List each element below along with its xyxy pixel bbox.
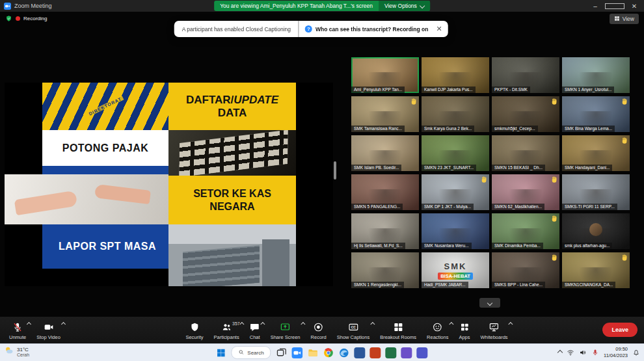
- toolbar-label: Reactions: [427, 334, 448, 340]
- search-box[interactable]: Search: [231, 346, 271, 359]
- toolbar-stop-video-button[interactable]: Stop Video: [31, 319, 66, 342]
- participant-tile[interactable]: smk plus alfarhan-agu...: [562, 213, 630, 249]
- lapor-spt-masa-block: LAPOR SPT MASA: [42, 224, 172, 269]
- edge-icon[interactable]: [339, 347, 350, 358]
- blue-strip: [42, 166, 168, 174]
- diagonal-stripes-graphic: DIREKTORAT: [42, 83, 168, 130]
- teams-icon[interactable]: [417, 347, 428, 358]
- viewing-banner: You are viewing Ami_Penyuluh KPP Tanah A…: [214, 1, 430, 11]
- toolbar-unmute-button[interactable]: Unmute: [4, 319, 31, 342]
- zoom-icon[interactable]: [292, 347, 303, 358]
- toolbar-label: Whiteboards: [481, 334, 508, 340]
- volume-icon[interactable]: [579, 349, 587, 356]
- participant-tile[interactable]: SMKN 15 BEKASI _ Dh...: [492, 135, 559, 171]
- transcript-banner: ? Who can see this transcript? Recording…: [299, 21, 448, 37]
- toolbar-participants-button[interactable]: 357Participants: [208, 319, 244, 342]
- close-icon[interactable]: ✕: [436, 25, 442, 33]
- mic-tray-icon[interactable]: [591, 349, 599, 356]
- recording-dot-icon: [16, 16, 20, 21]
- chevron-up-icon[interactable]: [240, 322, 245, 327]
- hidden-icons-chevron[interactable]: [557, 350, 563, 355]
- participant-tile[interactable]: SMKN 62_Maslikhatien...: [492, 174, 559, 210]
- participant-tile[interactable]: SMK Tamansiswa Ranc...: [351, 96, 419, 132]
- notifications-icon[interactable]: [632, 349, 640, 356]
- clock[interactable]: 09:50 11/04/2023: [604, 346, 628, 359]
- participant-tile[interactable]: SMKS-TI PGRI 11 SERP...: [562, 174, 630, 210]
- participant-tile[interactable]: SMK Dinamika Pemba...: [492, 213, 559, 249]
- participant-tile[interactable]: SMKBISA-HEBATHadi_PSMK JABAR...: [422, 252, 489, 288]
- raised-hand-icon: [550, 215, 558, 222]
- participant-name: PKPTK - Dit.SMK: [492, 87, 530, 93]
- participant-tile[interactable]: Smk Karya Guna 2 Bek...: [422, 96, 489, 132]
- calculator-image: [168, 130, 296, 176]
- chevron-up-icon[interactable]: [261, 322, 265, 327]
- toolbar-apps-button[interactable]: Apps: [453, 319, 475, 342]
- window-controls: – ✕: [585, 0, 644, 12]
- word-icon[interactable]: [355, 347, 366, 358]
- leave-button[interactable]: Leave: [602, 323, 637, 337]
- participant-tile[interactable]: Hj Iis Setiawati, M.Pd_S...: [351, 213, 419, 249]
- participant-tile[interactable]: SMK Handayani_Dani...: [562, 135, 630, 171]
- participant-tile[interactable]: SMK Bina Warga Lema...: [562, 96, 630, 132]
- chevron-up-icon[interactable]: [509, 322, 513, 327]
- participant-name: smkmuh5jkt_Cecep...: [492, 126, 538, 132]
- participant-tile[interactable]: PKPTK - Dit.SMK: [492, 57, 559, 93]
- participant-tile[interactable]: SMKN 1 Anyer_Usrotul...: [562, 57, 630, 93]
- participant-tile[interactable]: Ami_Penyuluh KPP Tan...: [351, 57, 419, 93]
- view-options-button[interactable]: View Options: [379, 1, 430, 11]
- weather-widget[interactable]: 31°C Cerah: [4, 345, 29, 358]
- participant-tile[interactable]: SMKN1CINANGKA_DA...: [562, 252, 630, 288]
- share-scrollbar[interactable]: [334, 161, 336, 180]
- taskbar-center: Search: [216, 344, 427, 361]
- task-view-icon[interactable]: [276, 347, 288, 358]
- raised-hand-icon: [550, 98, 558, 105]
- record-icon: [314, 322, 324, 332]
- toolbar-chat-button[interactable]: Chat: [245, 319, 265, 342]
- raised-hand-icon: [550, 254, 558, 261]
- taskbar-apps: [276, 347, 428, 358]
- photos-icon[interactable]: [401, 347, 412, 358]
- maximize-button[interactable]: [605, 0, 624, 12]
- participant-tile[interactable]: smkmuh5jkt_Cecep...: [492, 96, 559, 132]
- wifi-icon[interactable]: [567, 349, 574, 356]
- start-button[interactable]: [216, 348, 226, 358]
- toolbar-center: Security357ParticipantsChatShare ScreenR…: [180, 319, 513, 342]
- viewing-banner-text: You are viewing Ami_Penyuluh KPP Tanah A…: [214, 3, 379, 9]
- zoom-app-icon: [4, 3, 11, 10]
- toolbar-show-captions-button[interactable]: CCShow Captions: [332, 319, 375, 342]
- participant-tile[interactable]: SMKN 1 Rengasdengkl...: [351, 252, 419, 288]
- participant-name: SMKN 15 BEKASI _ Dh...: [492, 165, 545, 171]
- participant-tile[interactable]: Kanwil DJP Jakarta Pus...: [422, 57, 489, 93]
- chevron-up-icon[interactable]: [61, 322, 66, 327]
- meeting-toolbar: UnmuteStop Video Security357Participants…: [0, 317, 644, 343]
- chrome-icon[interactable]: [323, 347, 334, 358]
- participant-tile[interactable]: SMKN 5 PANGALENG...: [351, 174, 419, 210]
- toolbar-breakout-rooms-button[interactable]: Breakout Rooms: [375, 319, 422, 342]
- chevron-up-icon[interactable]: [27, 322, 31, 327]
- file-explorer-icon[interactable]: [308, 347, 319, 358]
- view-button[interactable]: View: [610, 14, 639, 24]
- toolbar-whiteboards-button[interactable]: Whiteboards: [476, 319, 513, 342]
- encryption-icon: [5, 15, 12, 22]
- participant-tile[interactable]: SMKN 23 JKT_SUNART...: [422, 135, 489, 171]
- close-button[interactable]: ✕: [624, 0, 644, 12]
- participant-tile[interactable]: SMK Nusantara Weru...: [422, 213, 489, 249]
- participant-name: smk plus alfarhan-agu...: [562, 243, 612, 249]
- participant-name: SMKS-TI PGRI 11 SERP...: [562, 204, 617, 210]
- chevron-up-icon[interactable]: [301, 322, 306, 327]
- toolbar-reactions-button[interactable]: Reactions: [422, 319, 453, 342]
- participant-name: SMK Bina Warga Lema...: [562, 126, 615, 132]
- toolbar-record-button[interactable]: Record: [306, 319, 332, 342]
- chevron-up-icon[interactable]: [449, 322, 453, 327]
- more-participants-button[interactable]: [479, 298, 500, 308]
- toolbar-security-button[interactable]: Security: [180, 319, 208, 342]
- participant-name: SMKN 1 Rengasdengkl...: [351, 282, 404, 288]
- participant-tile[interactable]: SMK DP 1 JKT - Mulya...: [422, 174, 489, 210]
- chevron-up-icon[interactable]: [370, 322, 375, 327]
- participant-tile[interactable]: SMK Islam PB. Soedir...: [351, 135, 419, 171]
- minimize-button[interactable]: –: [585, 0, 605, 12]
- excel-icon[interactable]: [386, 347, 397, 358]
- participant-tile[interactable]: SMKS BPP - Lina Cahe...: [492, 252, 559, 288]
- powerpoint-icon[interactable]: [370, 347, 381, 358]
- toolbar-share-screen-button[interactable]: Share Screen: [265, 319, 306, 342]
